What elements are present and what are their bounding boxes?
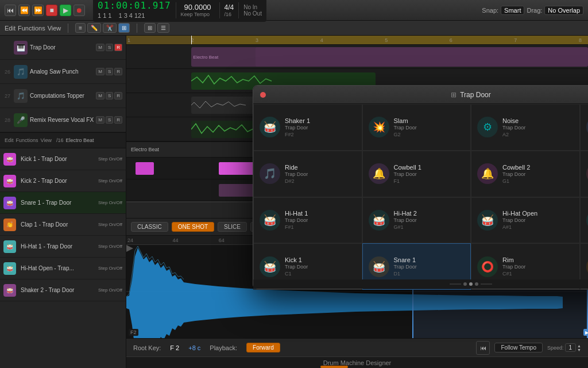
bottom-track-icon-1: 🥁 <box>3 153 16 166</box>
record-button[interactable]: ⏺ <box>74 5 85 16</box>
track-row-4[interactable]: 28 🎤 Remix Reverse Vocal FX M S R <box>0 108 126 132</box>
dm-sub-hihat1: Trap Door <box>285 217 356 223</box>
dm-cell-noise[interactable]: ⚙ Noise Trap Door A2 <box>471 104 580 151</box>
dm-cell-siren[interactable]: 🔔 Siren Trap Door B2 <box>580 104 589 151</box>
record-btn-4[interactable]: R <box>114 116 122 124</box>
drag-label: Drag: <box>527 7 542 14</box>
bottom-track-6[interactable]: 🥁 Hi-Hat Open - Trap... Step On/Off <box>0 258 126 279</box>
mute-btn-4[interactable]: M <box>96 116 105 124</box>
seq-block-1-1[interactable] <box>136 162 154 175</box>
solo-btn-2[interactable]: S <box>106 68 113 75</box>
mute-btn-1[interactable]: M <box>96 44 105 51</box>
tempo-section: 90.0000 Keep Tempo <box>181 3 215 17</box>
record-btn-2[interactable]: R <box>114 68 122 75</box>
scroll-indicator[interactable] <box>320 366 348 368</box>
playback-button[interactable]: Forward <box>246 343 280 352</box>
zoom-btn[interactable]: ⊞ <box>144 23 156 33</box>
dm-sub-rim: Trap Door <box>502 264 574 270</box>
bottom-track-3[interactable]: 🥁 Snare 1 - Trap Door Step On/Off <box>0 192 126 214</box>
rewind-button[interactable]: ⏮ <box>5 5 16 16</box>
dm-key-ride: D#2 <box>285 178 356 184</box>
dm-sub-noise: Trap Door <box>502 125 574 131</box>
dm-cell-cowbell3[interactable]: 🔔 Cowbell 3 Trap Door A1 <box>580 151 589 197</box>
speed-stepper[interactable]: ▲ ▼ <box>577 344 581 352</box>
functions-menu[interactable]: Functions <box>18 25 45 32</box>
record-btn-1[interactable]: R <box>114 44 122 51</box>
bottom-track-name-6: Hi-Hat Open - Trap... <box>21 265 96 271</box>
waveform-mark-2: 64 <box>219 237 225 243</box>
track-num-3: 27 <box>3 93 11 99</box>
forward-button[interactable]: ⏩ <box>32 5 44 16</box>
dm-cell-cowbell1[interactable]: 🔔 Cowbell 1 Trap Door F1 <box>362 151 471 197</box>
mute-btn-3[interactable]: M <box>96 92 105 99</box>
drag-value[interactable]: No Overlap <box>544 6 583 15</box>
rewind-waveform-btn[interactable]: ⏮ <box>476 341 490 355</box>
tool-btn-4[interactable]: ⊞ <box>118 23 130 33</box>
dm-cell-ride[interactable]: 🎵 Ride Trap Door D#2 <box>253 151 362 197</box>
tempo-display[interactable]: 90.0000 <box>181 3 215 12</box>
snap-value[interactable]: Smart <box>501 6 524 15</box>
loop-handle-right[interactable]: ▶ <box>583 329 588 336</box>
transport-bar: ⏮ ⏪ ⏩ ■ ▶ ⏺ 01:00:01.917 1 1 1 1 3 4 121… <box>0 0 588 21</box>
track-row-3[interactable]: 27 🎵 Computations Topper M S R <box>0 84 126 108</box>
record-btn-3[interactable]: R <box>114 92 122 99</box>
mode-oneshot[interactable]: ONE SHOT <box>172 222 214 232</box>
tool-btn-3[interactable]: ✂️ <box>103 23 117 33</box>
mode-classic[interactable]: CLASSIC <box>131 222 168 232</box>
track-num-4: 28 <box>3 117 11 123</box>
play-button[interactable]: ▶ <box>60 5 71 16</box>
dm-dot-3[interactable] <box>475 282 478 286</box>
speed-val[interactable]: 1 <box>565 343 577 352</box>
bottom-footer: Drum Machine Designer <box>126 356 588 368</box>
list-btn[interactable]: ☰ <box>157 23 169 33</box>
bottom-track-5[interactable]: 🥁 Hi-Hat 1 - Trap Door Step On/Off <box>0 236 126 258</box>
dm-dot-2[interactable] <box>469 282 473 286</box>
bottom-track-4[interactable]: 👏 Clap 1 - Trap Door Step On/Off <box>0 214 126 236</box>
dm-cell-cowbell2[interactable]: 🔔 Cowbell 2 Trap Door G1 <box>471 151 580 197</box>
waveform-mark-1: 44 <box>172 237 178 243</box>
track-row-1[interactable]: 🎹 Trap Door M S R <box>0 36 126 60</box>
edit-menu[interactable]: Edit <box>5 25 16 32</box>
dm-scroll-right[interactable] <box>481 283 492 285</box>
timecode: 01:00:01.917 <box>98 0 171 11</box>
pattern-electro-beat-2[interactable] <box>256 47 588 67</box>
dm-dot-1[interactable] <box>463 282 467 286</box>
dm-sub-shaker1: Trap Door <box>285 125 356 131</box>
mode-slice[interactable]: SLICE <box>218 222 247 232</box>
follow-tempo-button[interactable]: Follow Tempo <box>494 343 543 352</box>
track-row-2[interactable]: 26 🎵 Analog Saw Punch M S R <box>0 60 126 84</box>
tool-btn-1[interactable]: ≡ <box>75 23 86 33</box>
bottom-track-1[interactable]: 🥁 Kick 1 - Trap Door Step On/Off <box>0 148 126 170</box>
speed-down[interactable]: ▼ <box>577 348 581 352</box>
solo-btn-1[interactable]: S <box>106 44 113 51</box>
back-button[interactable]: ⏪ <box>18 5 30 16</box>
sub-panel-controls: Edit Functions View /16 Electro Beat <box>5 137 94 143</box>
dm-cell-slam[interactable]: 💥 Slam Trap Door G2 <box>362 104 471 151</box>
dm-cell-crash[interactable]: 💫 Crash Trap Door D#2 <box>580 197 589 244</box>
bottom-track-name-7: Shaker 2 - Trap Door <box>21 287 96 293</box>
dm-key-snare1: D1 <box>394 271 465 277</box>
bottom-track-7[interactable]: 🥁 Shaker 2 - Trap Door Step On/Off <box>0 279 126 301</box>
dm-scroll-left[interactable] <box>450 283 461 285</box>
solo-btn-3[interactable]: S <box>106 92 113 99</box>
dm-icon-cowbell1: 🔔 <box>369 163 389 184</box>
bottom-track-2[interactable]: 🥁 Kick 2 - Trap Door Step On/Off <box>0 170 126 192</box>
speed-up[interactable]: ▲ <box>577 344 581 348</box>
dm-cell-hihat1[interactable]: 🥁 Hi-Hat 1 Trap Door F#1 <box>253 197 362 244</box>
qsampler-status: Root Key: F 2 +8 c Playback: Forward ⏮ F… <box>126 338 588 356</box>
dm-cell-shaker1[interactable]: 🥁 Shaker 1 Trap Door F#2 <box>253 104 362 151</box>
dm-close-button[interactable] <box>260 92 266 98</box>
stop-button[interactable]: ■ <box>46 5 57 16</box>
mute-btn-2[interactable]: M <box>96 68 105 75</box>
dm-cell-hihat2[interactable]: 🥁 Hi-Hat 2 Trap Door G#1 <box>362 197 471 244</box>
solo-btn-4[interactable]: S <box>106 116 113 124</box>
sub-view[interactable]: View <box>41 137 52 143</box>
sub-edit[interactable]: Edit <box>5 137 14 143</box>
dm-info-hihat1: Hi-Hat 1 Trap Door F#1 <box>285 210 356 230</box>
bottom-track-name-4: Clap 1 - Trap Door <box>21 221 96 228</box>
dm-info-rim: Rim Trap Door C#1 <box>502 256 574 277</box>
sub-functions[interactable]: Functions <box>16 137 38 143</box>
dm-cell-hihat-open[interactable]: 🥁 Hi-Hat Open Trap Door A#1 <box>471 197 580 244</box>
tool-btn-2[interactable]: ✏️ <box>87 23 101 33</box>
view-menu[interactable]: View <box>48 25 61 32</box>
